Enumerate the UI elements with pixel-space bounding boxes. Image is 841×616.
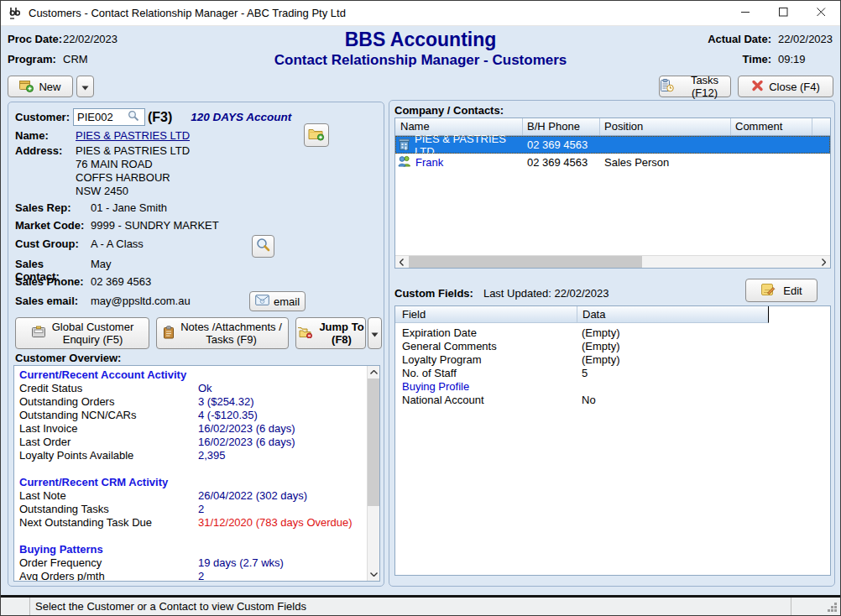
scroll-left-icon[interactable] <box>395 256 408 268</box>
contact-icon <box>398 155 411 170</box>
contacts-scrollbar-thumb[interactable] <box>409 256 642 268</box>
contacts-col-comment[interactable]: Comment <box>731 118 812 135</box>
contact-row-person[interactable]: Frank 02 369 4563 Sales Person <box>395 154 830 171</box>
contacts-panel: Company / Contacts: Name B/H Phone Posit… <box>389 100 835 587</box>
market-code-label: Market Code: <box>15 219 91 232</box>
custom-field-row[interactable]: National AccountNo <box>395 394 830 407</box>
overview-section-header: Buying Patterns <box>19 543 367 556</box>
edit-button[interactable]: Edit <box>745 279 817 302</box>
overview-scrollbar-thumb[interactable] <box>368 378 379 506</box>
contact-position: Sales Person <box>600 156 731 169</box>
contact-name[interactable]: Frank <box>415 156 443 169</box>
overview-row-label: Last Order <box>19 436 198 449</box>
overview-vertical-scrollbar <box>367 366 379 581</box>
contact-phone: 02 369 4563 <box>523 156 600 169</box>
custom-field-row[interactable]: Expiration Date(Empty) <box>395 326 830 340</box>
resize-grip[interactable] <box>827 602 837 612</box>
overview-row: Loyalty Points Available2,395 <box>19 449 367 462</box>
custom-fields-label: Custom Fields: <box>394 287 473 300</box>
new-button[interactable]: New <box>8 76 73 97</box>
scroll-right-icon[interactable] <box>817 256 830 268</box>
close-button[interactable] <box>802 1 840 25</box>
overview-row-value: 26/04/2022 (302 days) <box>198 489 307 503</box>
customer-overview-label: Customer Overview: <box>15 352 121 364</box>
global-enquiry-icon <box>31 326 46 341</box>
tasks-button[interactable]: Tasks (F12) <box>659 76 731 97</box>
maximize-button[interactable] <box>765 1 802 25</box>
new-button-label: New <box>39 81 60 93</box>
overview-row-value: 16/02/2023 (6 days) <box>198 436 295 449</box>
custom-field-data <box>577 380 582 394</box>
email-button[interactable]: email <box>249 291 306 311</box>
cust-group-label: Cust Group: <box>15 238 91 251</box>
custom-field-row[interactable]: No. of Staff5 <box>395 367 830 380</box>
contacts-header-filler <box>812 118 830 135</box>
customer-name-link[interactable]: PIES & PASTRIES LTD <box>76 129 190 142</box>
f3-hint-label: (F3) <box>148 110 172 125</box>
new-dropdown-button[interactable] <box>76 76 94 97</box>
email-button-label: email <box>274 295 300 308</box>
status-message: Select the Customer or a Contact to view… <box>29 598 791 615</box>
overview-row: Outstanding NCN/CARs4 (-$120.35) <box>19 409 367 422</box>
customer-code-field-wrap <box>73 108 145 126</box>
custom-field-name: National Account <box>395 394 577 407</box>
minimize-button[interactable] <box>727 1 765 25</box>
market-code-value: 9999 - SUNDRY MARKET <box>91 219 219 232</box>
company-contacts-label: Company / Contacts: <box>394 104 504 117</box>
contacts-col-phone[interactable]: B/H Phone <box>523 118 600 135</box>
overview-row: Last Invoice16/02/2023 (6 days) <box>19 422 367 436</box>
overview-row-value: 2 <box>198 503 204 516</box>
jump-to-label-1: Jump To <box>319 321 363 333</box>
custom-field-data: No <box>577 394 596 407</box>
address-label: Address: <box>15 144 76 198</box>
tasks-button-label: Tasks (F12) <box>679 74 730 99</box>
contacts-col-position[interactable]: Position <box>600 118 731 135</box>
toolbar: New Tasks (F12) Close (F4) <box>1 73 840 100</box>
custom-field-name-buying-profile[interactable]: Buying Profile <box>395 380 577 394</box>
custom-field-row[interactable]: Loyalty Program(Empty) <box>395 353 830 367</box>
scroll-down-icon[interactable] <box>368 568 379 581</box>
overview-row: Outstanding Tasks2 <box>19 503 367 516</box>
custom-fields-col-data[interactable]: Data <box>577 306 769 323</box>
close-icon <box>817 7 826 19</box>
overview-section-header: Current/Recent Account Activity <box>19 368 367 382</box>
custom-fields-table: Field Data Expiration Date(Empty) Genera… <box>394 305 831 576</box>
overview-row-label: Outstanding Tasks <box>19 503 198 516</box>
overview-row-value: Ok <box>198 382 212 395</box>
global-enquiry-button[interactable]: Global CustomerEnquiry (F5) <box>15 317 149 349</box>
jump-to-dropdown-button[interactable] <box>368 317 382 349</box>
customer-code-input[interactable] <box>77 111 128 123</box>
custom-fields-header: Field Data <box>395 306 830 323</box>
custom-fields-col-field[interactable]: Field <box>395 306 577 323</box>
jump-to-button[interactable]: Jump To(F8) <box>295 317 366 349</box>
sales-email-value: may@ppsltd.com.au <box>91 295 191 308</box>
sales-contact-value: May <box>91 258 112 271</box>
overview-row-label: Loyalty Points Available <box>19 449 198 462</box>
overview-row-value: 2 <box>198 570 204 581</box>
notes-icon <box>163 326 175 342</box>
notes-label-1: Notes /Attachments / <box>180 321 282 333</box>
edit-button-label: Edit <box>783 285 802 297</box>
open-customer-button[interactable] <box>304 123 329 147</box>
search-icon[interactable] <box>128 110 139 125</box>
field-sales-rep: Sales Rep:01 - Jane Smith <box>15 201 167 215</box>
cust-group-search-button[interactable] <box>252 235 274 258</box>
notes-attachments-tasks-button[interactable]: Notes /Attachments /Tasks (F9) <box>156 317 289 349</box>
custom-field-data: (Empty) <box>577 340 620 353</box>
close-f4-button[interactable]: Close (F4) <box>738 76 833 97</box>
tasks-icon <box>660 79 674 95</box>
overview-row-value: 16/02/2023 (6 days) <box>198 422 295 436</box>
overview-row-label: Avg Orders p/mth <box>19 570 198 581</box>
name-label: Name: <box>15 129 76 142</box>
address-line: 76 MAIN ROAD <box>76 158 190 171</box>
overview-row-value: 4 (-$120.35) <box>198 409 258 422</box>
account-type-label: 120 DAYS Account <box>191 111 291 123</box>
overview-row-label: Last Note <box>19 489 198 503</box>
custom-field-row[interactable]: General Comments(Empty) <box>395 340 830 353</box>
contact-row-company[interactable]: PIES & PASTRIES LTD 02 369 4563 <box>395 136 830 154</box>
window-controls <box>727 1 840 25</box>
scroll-up-icon[interactable] <box>368 366 379 378</box>
custom-field-row[interactable]: Buying Profile <box>395 380 830 394</box>
contact-phone: 02 369 4563 <box>523 138 600 151</box>
field-sales-phone: Sales Phone:02 369 4563 <box>15 275 151 289</box>
